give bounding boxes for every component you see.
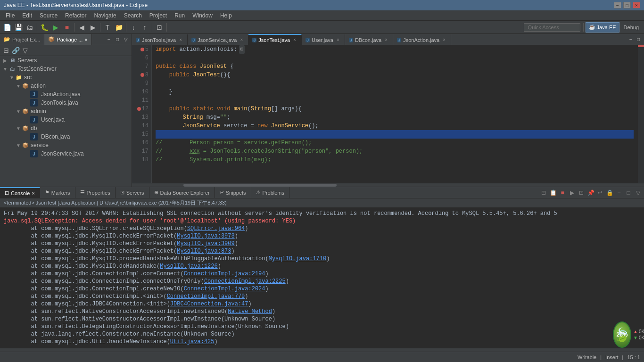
tab-properties[interactable]: ☰ Properties — [75, 187, 116, 198]
console-terminate-button[interactable]: ■ — [558, 189, 567, 197]
code-content[interactable]: import action.JsonTools;⊡ public class J… — [152, 45, 637, 183]
maximize-view-button[interactable]: ⊡ — [154, 22, 165, 33]
bottom-minimize-button[interactable]: − — [615, 189, 623, 197]
tree-item-servers[interactable]: ▶ 🖥 Servers — [0, 56, 132, 65]
menu-search[interactable]: Search — [120, 11, 146, 20]
tree-item-db[interactable]: ▼ 📦 db — [0, 124, 132, 132]
console-scroll-lock-button[interactable]: 🔒 — [605, 189, 614, 197]
menu-file[interactable]: File — [2, 11, 18, 20]
back-button[interactable]: ◀ — [76, 22, 87, 33]
next-annotation-button[interactable]: ↓ — [128, 22, 139, 33]
menu-window[interactable]: Window — [189, 11, 216, 20]
tree-item-action[interactable]: ▼ 📦 action — [0, 82, 132, 90]
link-conn-2225[interactable]: ConnectionImpl.java:2225 — [204, 278, 286, 285]
sidebar-minimize-button[interactable]: − — [105, 36, 113, 43]
link-mysqlio-3973[interactable]: MysqlIO.java:3973 — [177, 233, 234, 239]
open-resource-button[interactable]: 📁 — [114, 22, 124, 33]
stop-button[interactable]: ■ — [62, 22, 72, 33]
editor-maximize-button[interactable]: □ — [635, 36, 642, 43]
console-pin-button[interactable]: 📌 — [586, 189, 595, 197]
view-menu-button[interactable]: ▽ — [21, 46, 29, 55]
tab-jsonservice[interactable]: J JsonService.java × — [188, 34, 248, 45]
tree-item-admin[interactable]: ▼ 📦 admin — [0, 107, 132, 115]
collapse-all-button[interactable]: ⊟ — [2, 46, 10, 55]
tree-item-jsontools[interactable]: J JsonTools.java — [0, 99, 132, 107]
tab-jsontools[interactable]: J JsonTools.java × — [132, 34, 188, 45]
menu-project[interactable]: Project — [146, 11, 171, 20]
console-tab-close[interactable]: × — [32, 190, 34, 196]
tree-item-service[interactable]: ▼ 📦 service — [0, 141, 132, 149]
console-content[interactable]: Fri May 19 20:47:33 SGT 2017 WARN: Estab… — [0, 208, 644, 348]
user-tab-close[interactable]: × — [335, 37, 341, 42]
menu-help[interactable]: Help — [216, 11, 236, 20]
link-sqlerror[interactable]: SQLError.java:964 — [187, 225, 245, 232]
jsonaction-tab-close[interactable]: × — [441, 37, 447, 42]
tab-snippets[interactable]: ✂ Snippets — [215, 187, 251, 198]
tab-jsonaction[interactable]: J JsonAction.java × — [393, 34, 451, 45]
tab-dbcon[interactable]: J DBcon.java × — [345, 34, 393, 45]
link-conn-2194[interactable]: ConnectionImpl.java:2194 — [184, 271, 265, 277]
link-conn-779[interactable]: ConnectionImpl.java:779 — [167, 293, 245, 300]
bottom-maximize-button[interactable]: □ — [624, 189, 633, 197]
tree-item-src[interactable]: ▼ 📁 src — [0, 73, 132, 82]
menu-source[interactable]: Source — [36, 11, 61, 20]
save-button[interactable]: 💾 — [13, 22, 24, 33]
editor-minimize-button[interactable]: − — [627, 36, 635, 43]
debug-button[interactable]: 🐛 — [39, 22, 50, 33]
console-open-button[interactable]: ⊡ — [577, 189, 586, 197]
sidebar-maximize-button[interactable]: □ — [114, 36, 121, 43]
tree-item-user[interactable]: J User.java — [0, 115, 132, 124]
link-mysqlio-873[interactable]: MysqlIO.java:873 — [177, 248, 231, 255]
quick-access-input[interactable] — [524, 23, 580, 32]
console-clear-button[interactable]: ⊟ — [539, 189, 548, 197]
menu-edit[interactable]: Edit — [18, 11, 36, 20]
tab-jsontest[interactable]: J JsonTest.java × — [248, 34, 302, 45]
console-hscrollbar[interactable] — [0, 348, 644, 352]
link-mysqlio-1710[interactable]: MysqlIO.java:1710 — [269, 255, 326, 262]
minimize-button[interactable]: − — [614, 2, 621, 8]
tab-console[interactable]: ⊡ Console × — [0, 187, 40, 198]
link-mysqlio-1226[interactable]: MysqlIO.java:1226 — [160, 263, 217, 270]
tree-item-project[interactable]: ▼ 🗂 TestJsonServer — [0, 65, 132, 73]
tab-servers[interactable]: ⊡ Servers — [116, 187, 149, 198]
link-jdbc4-47[interactable]: JDBC4Connection.java:47 — [170, 301, 248, 307]
package-explorer-close[interactable]: × — [84, 37, 87, 42]
hscrollbar-thumb[interactable] — [183, 184, 337, 187]
menu-refactor[interactable]: Refactor — [61, 11, 90, 20]
menu-navigate[interactable]: Navigate — [90, 11, 120, 20]
tab-markers[interactable]: ⚑ Markers — [40, 187, 75, 198]
jsontools-tab-close[interactable]: × — [178, 37, 183, 42]
tab-problems[interactable]: ⚠ Problems — [251, 187, 289, 198]
tab-package-explorer[interactable]: 📦 Package ... × — [44, 34, 91, 45]
link-conn-2024[interactable]: ConnectionImpl.java:2024 — [184, 286, 265, 292]
link-with-editor-button[interactable]: 🔗 — [11, 46, 20, 55]
link-util-425[interactable]: Util.java:425 — [170, 338, 215, 345]
tab-datasource[interactable]: ⊕ Data Source Explorer — [149, 187, 215, 198]
console-relaunch-button[interactable]: ▶ — [568, 189, 576, 197]
maximize-button[interactable]: □ — [623, 2, 631, 8]
menu-run[interactable]: Run — [171, 11, 189, 20]
dbcon-tab-close[interactable]: × — [383, 37, 389, 42]
run-button[interactable]: ▶ — [50, 22, 61, 33]
console-copy-button[interactable]: 📋 — [549, 189, 557, 197]
jsonservice-tab-close[interactable]: × — [239, 37, 244, 42]
forward-button[interactable]: ▶ — [88, 22, 98, 33]
perspective-java-button[interactable]: ☕ Java EE — [586, 22, 619, 33]
debug-perspective-button[interactable]: Debug — [620, 22, 642, 33]
editor-hscrollbar[interactable] — [132, 183, 644, 187]
open-type-button[interactable]: T — [102, 22, 113, 33]
link-mysqlio-3909[interactable]: MysqlIO.java:3909 — [177, 240, 234, 247]
new-button[interactable]: 📄 — [2, 22, 12, 33]
sidebar-view-menu-button[interactable]: ▽ — [122, 36, 130, 43]
link-native-method[interactable]: Native Method — [228, 308, 272, 315]
console-word-wrap-button[interactable]: ↵ — [596, 189, 604, 197]
tree-item-jsonaction[interactable]: J JsonAction.java — [0, 90, 132, 99]
bottom-view-menu-button[interactable]: ▽ — [634, 189, 642, 197]
tab-project-explorer[interactable]: 📂 Project Ex... — [0, 34, 44, 45]
jsontest-tab-close[interactable]: × — [292, 37, 297, 42]
prev-annotation-button[interactable]: ↑ — [140, 22, 150, 33]
save-all-button[interactable]: 🗂 — [25, 22, 35, 33]
tab-user[interactable]: J User.java × — [302, 34, 345, 45]
tree-item-dbcon[interactable]: J DBcon.java — [0, 132, 132, 141]
close-button[interactable]: × — [633, 2, 640, 8]
